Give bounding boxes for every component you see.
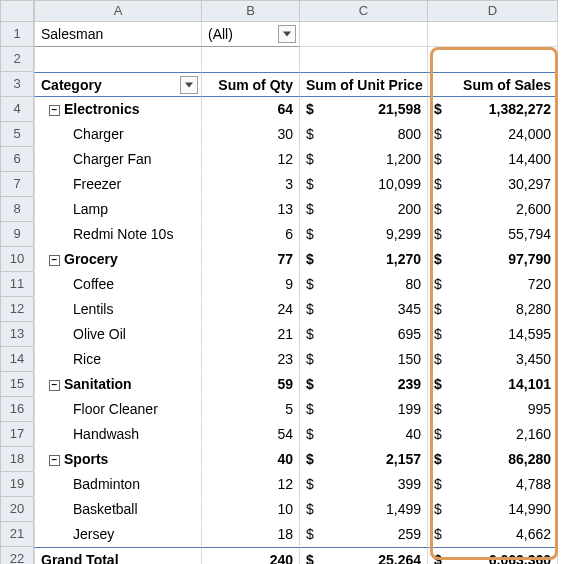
row-header-17[interactable]: 17 (0, 422, 34, 447)
row-header-9[interactable]: 9 (0, 222, 34, 247)
item-unit[interactable]: $1,200 (300, 147, 428, 172)
row-header-11[interactable]: 11 (0, 272, 34, 297)
category-qty[interactable]: 59 (202, 372, 300, 397)
item-sales[interactable]: $30,297 (428, 172, 558, 197)
item-qty[interactable]: 23 (202, 347, 300, 372)
item-sales[interactable]: $3,450 (428, 347, 558, 372)
row-header-22[interactable]: 22 (0, 547, 34, 564)
collapse-icon[interactable]: − (49, 455, 60, 466)
item-sales[interactable]: $2,160 (428, 422, 558, 447)
item-qty[interactable]: 21 (202, 322, 300, 347)
col-header-C[interactable]: C (300, 0, 428, 22)
item-name[interactable]: Basketball (34, 497, 202, 522)
item-sales[interactable]: $24,000 (428, 122, 558, 147)
row-header-2[interactable]: 2 (0, 47, 34, 72)
col-header-D[interactable]: D (428, 0, 558, 22)
item-qty[interactable]: 6 (202, 222, 300, 247)
filter-dropdown[interactable] (278, 25, 296, 43)
item-name[interactable]: Handwash (34, 422, 202, 447)
item-name[interactable]: Coffee (34, 272, 202, 297)
row-header-16[interactable]: 16 (0, 397, 34, 422)
category-name[interactable]: −Electronics (34, 97, 202, 122)
collapse-icon[interactable]: − (49, 380, 60, 391)
empty-cell[interactable] (428, 47, 558, 72)
item-qty[interactable]: 13 (202, 197, 300, 222)
row-header-13[interactable]: 13 (0, 322, 34, 347)
category-name[interactable]: −Sanitation (34, 372, 202, 397)
empty-cell[interactable] (428, 22, 558, 47)
item-qty[interactable]: 12 (202, 472, 300, 497)
item-sales[interactable]: $720 (428, 272, 558, 297)
item-qty[interactable]: 12 (202, 147, 300, 172)
category-unit[interactable]: $239 (300, 372, 428, 397)
category-unit[interactable]: $2,157 (300, 447, 428, 472)
item-sales[interactable]: $8,280 (428, 297, 558, 322)
grand-label[interactable]: Grand Total (34, 547, 202, 564)
row-header-8[interactable]: 8 (0, 197, 34, 222)
item-unit[interactable]: $259 (300, 522, 428, 547)
filter-label[interactable]: Salesman (34, 22, 202, 47)
row-header-14[interactable]: 14 (0, 347, 34, 372)
item-unit[interactable]: $800 (300, 122, 428, 147)
item-unit[interactable]: $345 (300, 297, 428, 322)
row-header-1[interactable]: 1 (0, 22, 34, 47)
category-name[interactable]: −Sports (34, 447, 202, 472)
item-unit[interactable]: $695 (300, 322, 428, 347)
empty-cell[interactable] (202, 47, 300, 72)
category-dropdown[interactable] (180, 76, 198, 94)
category-unit[interactable]: $21,598 (300, 97, 428, 122)
item-name[interactable]: Lamp (34, 197, 202, 222)
category-unit[interactable]: $1,270 (300, 247, 428, 272)
item-qty[interactable]: 18 (202, 522, 300, 547)
item-unit[interactable]: $10,099 (300, 172, 428, 197)
item-name[interactable]: Olive Oil (34, 322, 202, 347)
item-name[interactable]: Charger Fan (34, 147, 202, 172)
item-sales[interactable]: $4,788 (428, 472, 558, 497)
item-qty[interactable]: 9 (202, 272, 300, 297)
item-sales[interactable]: $55,794 (428, 222, 558, 247)
col-header-B[interactable]: B (202, 0, 300, 22)
select-all-corner[interactable] (0, 0, 34, 22)
item-unit[interactable]: $40 (300, 422, 428, 447)
row-header-15[interactable]: 15 (0, 372, 34, 397)
row-header-10[interactable]: 10 (0, 247, 34, 272)
category-sales[interactable]: $86,280 (428, 447, 558, 472)
item-name[interactable]: Redmi Note 10s (34, 222, 202, 247)
row-header-12[interactable]: 12 (0, 297, 34, 322)
filter-value-cell[interactable]: (All) (202, 22, 300, 47)
item-sales[interactable]: $2,600 (428, 197, 558, 222)
grand-qty[interactable]: 240 (202, 547, 300, 564)
header-unitprice[interactable]: Sum of Unit Price (300, 72, 428, 97)
item-name[interactable]: Floor Cleaner (34, 397, 202, 422)
empty-cell[interactable] (300, 22, 428, 47)
item-unit[interactable]: $199 (300, 397, 428, 422)
empty-cell[interactable] (300, 47, 428, 72)
item-qty[interactable]: 10 (202, 497, 300, 522)
item-name[interactable]: Charger (34, 122, 202, 147)
collapse-icon[interactable]: − (49, 105, 60, 116)
header-sales[interactable]: Sum of Sales (428, 72, 558, 97)
category-qty[interactable]: 77 (202, 247, 300, 272)
category-sales[interactable]: $14,101 (428, 372, 558, 397)
item-qty[interactable]: 3 (202, 172, 300, 197)
collapse-icon[interactable]: − (49, 255, 60, 266)
item-sales[interactable]: $995 (428, 397, 558, 422)
col-header-A[interactable]: A (34, 0, 202, 22)
row-header-18[interactable]: 18 (0, 447, 34, 472)
item-unit[interactable]: $80 (300, 272, 428, 297)
header-category[interactable]: Category (34, 72, 202, 97)
row-header-20[interactable]: 20 (0, 497, 34, 522)
grand-sales[interactable]: $6,063,360 (428, 547, 558, 564)
item-qty[interactable]: 54 (202, 422, 300, 447)
item-unit[interactable]: $150 (300, 347, 428, 372)
item-qty[interactable]: 5 (202, 397, 300, 422)
item-unit[interactable]: $1,499 (300, 497, 428, 522)
item-sales[interactable]: $4,662 (428, 522, 558, 547)
item-sales[interactable]: $14,400 (428, 147, 558, 172)
category-name[interactable]: −Grocery (34, 247, 202, 272)
row-header-7[interactable]: 7 (0, 172, 34, 197)
item-name[interactable]: Freezer (34, 172, 202, 197)
item-name[interactable]: Lentils (34, 297, 202, 322)
row-header-19[interactable]: 19 (0, 472, 34, 497)
item-sales[interactable]: $14,990 (428, 497, 558, 522)
